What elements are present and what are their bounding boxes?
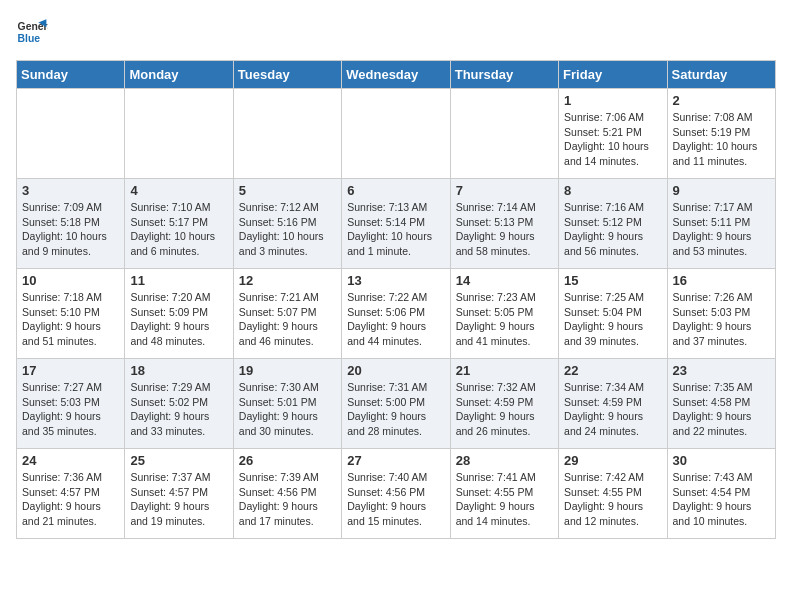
calendar-cell: 18Sunrise: 7:29 AM Sunset: 5:02 PM Dayli…: [125, 359, 233, 449]
day-info: Sunrise: 7:39 AM Sunset: 4:56 PM Dayligh…: [239, 470, 336, 529]
calendar-table: SundayMondayTuesdayWednesdayThursdayFrid…: [16, 60, 776, 539]
calendar-cell: 16Sunrise: 7:26 AM Sunset: 5:03 PM Dayli…: [667, 269, 775, 359]
day-number: 16: [673, 273, 770, 288]
day-info: Sunrise: 7:06 AM Sunset: 5:21 PM Dayligh…: [564, 110, 661, 169]
day-number: 19: [239, 363, 336, 378]
day-info: Sunrise: 7:27 AM Sunset: 5:03 PM Dayligh…: [22, 380, 119, 439]
weekday-header: Sunday: [17, 61, 125, 89]
day-number: 21: [456, 363, 553, 378]
day-number: 12: [239, 273, 336, 288]
day-number: 1: [564, 93, 661, 108]
day-number: 17: [22, 363, 119, 378]
calendar-cell: 3Sunrise: 7:09 AM Sunset: 5:18 PM Daylig…: [17, 179, 125, 269]
day-number: 25: [130, 453, 227, 468]
calendar-week-row: 3Sunrise: 7:09 AM Sunset: 5:18 PM Daylig…: [17, 179, 776, 269]
calendar-cell: [125, 89, 233, 179]
calendar-cell: 4Sunrise: 7:10 AM Sunset: 5:17 PM Daylig…: [125, 179, 233, 269]
day-info: Sunrise: 7:30 AM Sunset: 5:01 PM Dayligh…: [239, 380, 336, 439]
day-number: 2: [673, 93, 770, 108]
day-number: 15: [564, 273, 661, 288]
calendar-cell: 15Sunrise: 7:25 AM Sunset: 5:04 PM Dayli…: [559, 269, 667, 359]
calendar-cell: 19Sunrise: 7:30 AM Sunset: 5:01 PM Dayli…: [233, 359, 341, 449]
day-info: Sunrise: 7:14 AM Sunset: 5:13 PM Dayligh…: [456, 200, 553, 259]
day-info: Sunrise: 7:17 AM Sunset: 5:11 PM Dayligh…: [673, 200, 770, 259]
calendar-cell: 5Sunrise: 7:12 AM Sunset: 5:16 PM Daylig…: [233, 179, 341, 269]
weekday-header: Friday: [559, 61, 667, 89]
calendar-week-row: 24Sunrise: 7:36 AM Sunset: 4:57 PM Dayli…: [17, 449, 776, 539]
calendar-cell: 10Sunrise: 7:18 AM Sunset: 5:10 PM Dayli…: [17, 269, 125, 359]
day-info: Sunrise: 7:10 AM Sunset: 5:17 PM Dayligh…: [130, 200, 227, 259]
calendar-cell: 30Sunrise: 7:43 AM Sunset: 4:54 PM Dayli…: [667, 449, 775, 539]
calendar-cell: 20Sunrise: 7:31 AM Sunset: 5:00 PM Dayli…: [342, 359, 450, 449]
calendar-week-row: 1Sunrise: 7:06 AM Sunset: 5:21 PM Daylig…: [17, 89, 776, 179]
day-number: 29: [564, 453, 661, 468]
calendar-cell: 12Sunrise: 7:21 AM Sunset: 5:07 PM Dayli…: [233, 269, 341, 359]
calendar-cell: 21Sunrise: 7:32 AM Sunset: 4:59 PM Dayli…: [450, 359, 558, 449]
day-info: Sunrise: 7:16 AM Sunset: 5:12 PM Dayligh…: [564, 200, 661, 259]
day-info: Sunrise: 7:40 AM Sunset: 4:56 PM Dayligh…: [347, 470, 444, 529]
calendar-cell: 7Sunrise: 7:14 AM Sunset: 5:13 PM Daylig…: [450, 179, 558, 269]
day-number: 28: [456, 453, 553, 468]
day-info: Sunrise: 7:18 AM Sunset: 5:10 PM Dayligh…: [22, 290, 119, 349]
day-info: Sunrise: 7:23 AM Sunset: 5:05 PM Dayligh…: [456, 290, 553, 349]
calendar-cell: 26Sunrise: 7:39 AM Sunset: 4:56 PM Dayli…: [233, 449, 341, 539]
calendar-cell: 1Sunrise: 7:06 AM Sunset: 5:21 PM Daylig…: [559, 89, 667, 179]
day-info: Sunrise: 7:34 AM Sunset: 4:59 PM Dayligh…: [564, 380, 661, 439]
day-number: 18: [130, 363, 227, 378]
day-info: Sunrise: 7:20 AM Sunset: 5:09 PM Dayligh…: [130, 290, 227, 349]
calendar-cell: 11Sunrise: 7:20 AM Sunset: 5:09 PM Dayli…: [125, 269, 233, 359]
logo-icon: General Blue: [16, 16, 48, 48]
calendar-week-row: 17Sunrise: 7:27 AM Sunset: 5:03 PM Dayli…: [17, 359, 776, 449]
day-info: Sunrise: 7:26 AM Sunset: 5:03 PM Dayligh…: [673, 290, 770, 349]
day-number: 30: [673, 453, 770, 468]
calendar-cell: 14Sunrise: 7:23 AM Sunset: 5:05 PM Dayli…: [450, 269, 558, 359]
day-info: Sunrise: 7:43 AM Sunset: 4:54 PM Dayligh…: [673, 470, 770, 529]
day-number: 4: [130, 183, 227, 198]
calendar-cell: 27Sunrise: 7:40 AM Sunset: 4:56 PM Dayli…: [342, 449, 450, 539]
calendar-cell: 25Sunrise: 7:37 AM Sunset: 4:57 PM Dayli…: [125, 449, 233, 539]
day-info: Sunrise: 7:41 AM Sunset: 4:55 PM Dayligh…: [456, 470, 553, 529]
calendar-cell: 29Sunrise: 7:42 AM Sunset: 4:55 PM Dayli…: [559, 449, 667, 539]
day-number: 27: [347, 453, 444, 468]
day-info: Sunrise: 7:22 AM Sunset: 5:06 PM Dayligh…: [347, 290, 444, 349]
weekday-header: Wednesday: [342, 61, 450, 89]
day-number: 5: [239, 183, 336, 198]
day-info: Sunrise: 7:21 AM Sunset: 5:07 PM Dayligh…: [239, 290, 336, 349]
calendar-week-row: 10Sunrise: 7:18 AM Sunset: 5:10 PM Dayli…: [17, 269, 776, 359]
day-info: Sunrise: 7:36 AM Sunset: 4:57 PM Dayligh…: [22, 470, 119, 529]
day-info: Sunrise: 7:37 AM Sunset: 4:57 PM Dayligh…: [130, 470, 227, 529]
calendar-cell: 22Sunrise: 7:34 AM Sunset: 4:59 PM Dayli…: [559, 359, 667, 449]
day-info: Sunrise: 7:32 AM Sunset: 4:59 PM Dayligh…: [456, 380, 553, 439]
day-info: Sunrise: 7:35 AM Sunset: 4:58 PM Dayligh…: [673, 380, 770, 439]
day-number: 3: [22, 183, 119, 198]
day-number: 11: [130, 273, 227, 288]
calendar-header-row: SundayMondayTuesdayWednesdayThursdayFrid…: [17, 61, 776, 89]
weekday-header: Tuesday: [233, 61, 341, 89]
weekday-header: Thursday: [450, 61, 558, 89]
day-number: 20: [347, 363, 444, 378]
calendar-cell: [450, 89, 558, 179]
calendar-cell: [233, 89, 341, 179]
day-number: 26: [239, 453, 336, 468]
logo: General Blue: [16, 16, 48, 48]
day-number: 23: [673, 363, 770, 378]
day-info: Sunrise: 7:08 AM Sunset: 5:19 PM Dayligh…: [673, 110, 770, 169]
calendar-cell: 9Sunrise: 7:17 AM Sunset: 5:11 PM Daylig…: [667, 179, 775, 269]
calendar-cell: 17Sunrise: 7:27 AM Sunset: 5:03 PM Dayli…: [17, 359, 125, 449]
calendar-cell: 8Sunrise: 7:16 AM Sunset: 5:12 PM Daylig…: [559, 179, 667, 269]
day-number: 13: [347, 273, 444, 288]
day-number: 8: [564, 183, 661, 198]
calendar-cell: [17, 89, 125, 179]
svg-text:Blue: Blue: [18, 33, 41, 44]
day-info: Sunrise: 7:13 AM Sunset: 5:14 PM Dayligh…: [347, 200, 444, 259]
day-number: 7: [456, 183, 553, 198]
weekday-header: Monday: [125, 61, 233, 89]
calendar-cell: 23Sunrise: 7:35 AM Sunset: 4:58 PM Dayli…: [667, 359, 775, 449]
calendar-cell: 2Sunrise: 7:08 AM Sunset: 5:19 PM Daylig…: [667, 89, 775, 179]
weekday-header: Saturday: [667, 61, 775, 89]
calendar-cell: [342, 89, 450, 179]
day-info: Sunrise: 7:29 AM Sunset: 5:02 PM Dayligh…: [130, 380, 227, 439]
day-info: Sunrise: 7:12 AM Sunset: 5:16 PM Dayligh…: [239, 200, 336, 259]
calendar-cell: 24Sunrise: 7:36 AM Sunset: 4:57 PM Dayli…: [17, 449, 125, 539]
day-number: 24: [22, 453, 119, 468]
